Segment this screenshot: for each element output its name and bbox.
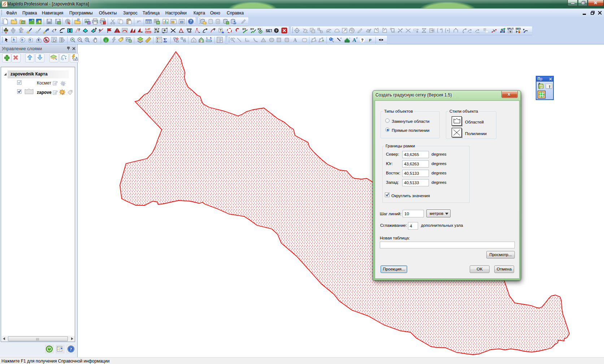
- svg-text:SPLIT: SPLIT: [507, 27, 513, 30]
- svg-text:P: P: [369, 38, 371, 43]
- svg-text:?: ?: [47, 27, 49, 31]
- svg-text:A: A: [352, 37, 356, 43]
- svg-text:?: ?: [70, 347, 72, 352]
- svg-text:?: ?: [95, 27, 97, 31]
- svg-text:Σ: Σ: [163, 37, 167, 43]
- svg-text:?: ?: [78, 27, 81, 31]
- svg-text:XY: XY: [250, 27, 254, 31]
- svg-text:5: 5: [210, 37, 212, 39]
- svg-text:?: ?: [361, 38, 363, 42]
- svg-text:T: T: [220, 28, 222, 32]
- svg-text:?: ?: [275, 29, 278, 32]
- svg-text:A: A: [294, 38, 297, 43]
- svg-text:?: ?: [86, 38, 88, 42]
- svg-text:i: i: [105, 38, 107, 42]
- svg-text:?: ?: [417, 28, 419, 32]
- svg-text:?: ?: [55, 28, 57, 32]
- svg-text:SET: SET: [266, 29, 272, 33]
- svg-text:SEG: SEG: [516, 27, 521, 30]
- svg-text:1: 1: [206, 37, 208, 39]
- svg-text:?: ?: [190, 19, 192, 23]
- svg-text:1.47: 1.47: [145, 27, 150, 31]
